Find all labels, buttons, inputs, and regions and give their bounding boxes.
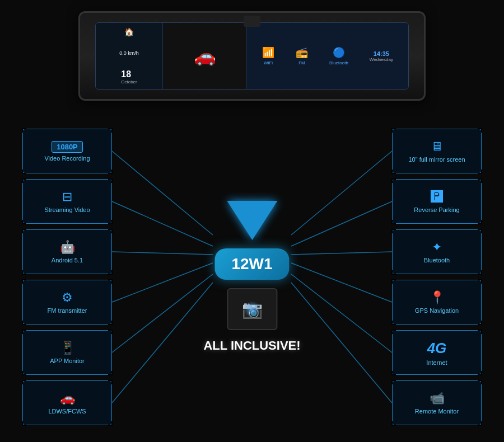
wifi-icon: 📶 [262, 46, 274, 59]
center-area: 12W1 📷 ALL INCLUSIVE! [203, 201, 300, 353]
label-mirror-screen: 10" full mirror screen [408, 156, 465, 163]
feature-reverse-parking: 🅿 Reverse Parking [392, 179, 482, 224]
internet-icon: 4G [427, 340, 447, 357]
streaming-icon: ⊟ [62, 190, 72, 204]
feature-1080p: 1080P Video Recording [22, 129, 112, 173]
mirror-screen: 🏠 0.0 km/h 18 October 🚗 📶 WiFi 📻 FM [95, 22, 409, 90]
svg-line-8 [291, 252, 392, 255]
fm-transmitter-icon: ⚙ [62, 290, 73, 305]
svg-line-6 [291, 151, 392, 235]
svg-line-1 [112, 201, 213, 246]
ldws-icon: 🚗 [60, 391, 75, 406]
features-section: 12W1 📷 ALL INCLUSIVE! 1080P Video Record… [0, 112, 504, 442]
feature-gps: 📍 GPS Navigation [392, 280, 482, 325]
day-display: Wednesday [370, 57, 393, 62]
bluetooth-icon: 🔵 [333, 46, 345, 59]
remote-monitor-icon: 📹 [430, 391, 445, 406]
label-bluetooth: Bluetooth [424, 257, 450, 264]
feature-app: 📱 APP Monitor [22, 330, 112, 375]
bluetooth-feature-icon: ✦ [432, 240, 442, 255]
gps-icon: 📍 [430, 290, 445, 305]
svg-line-3 [112, 263, 213, 302]
svg-line-9 [291, 263, 392, 302]
reverse-parking-icon: 🅿 [431, 190, 443, 204]
wifi-label: WiFi [264, 60, 273, 65]
speed-display: 0.0 km/h [119, 50, 139, 56]
bt-label: Bluetooth [329, 60, 348, 65]
label-internet: Internet [426, 359, 447, 366]
camera-glow [244, 301, 260, 318]
label-gps-navigation: GPS Navigation [415, 307, 459, 314]
feature-internet: 4G Internet [392, 330, 482, 375]
feature-ldws: 🚗 LDWS/FCWS [22, 380, 112, 425]
feature-fm: ⚙ FM transmitter [22, 280, 112, 325]
time-block: 14:35 Wednesday [370, 50, 393, 62]
label-fm-transmitter: FM transmitter [48, 307, 87, 314]
mirror-section: 🏠 0.0 km/h 18 October 🚗 📶 WiFi 📻 FM [0, 0, 504, 112]
svg-line-5 [112, 283, 213, 403]
label-ldws: LDWS/FCWS [48, 408, 86, 415]
app-icon: 📱 [60, 341, 75, 355]
feature-mirror-screen: 🖥 10" full mirror screen [392, 129, 482, 173]
label-video-recording: Video Recording [44, 155, 90, 162]
month-label: October [121, 79, 137, 84]
fm-icon: 📻 [296, 46, 308, 59]
mount [244, 16, 260, 27]
svg-line-10 [291, 274, 392, 352]
svg-line-2 [112, 252, 213, 255]
feature-remote-monitor: 📹 Remote Monitor [392, 380, 482, 425]
mirror-screen-icon: 🖥 [431, 139, 443, 154]
screen-left-panel: 🏠 0.0 km/h 18 October [96, 23, 163, 89]
screen-right-panel: 📶 WiFi 📻 FM 🔵 Bluetooth 14:35 Wednesday [247, 23, 408, 89]
fm-label: FM [298, 60, 305, 65]
time-display: 14:35 [370, 50, 393, 57]
wifi-icon-box: 📶 WiFi [262, 46, 274, 65]
label-reverse-parking: Reverse Parking [414, 206, 459, 213]
all-inclusive-text: ALL INCLUSIVE! [203, 338, 300, 353]
bluetooth-icon-box: 🔵 Bluetooth [329, 46, 348, 65]
svg-line-0 [112, 151, 213, 235]
label-android: Android 5.1 [52, 257, 83, 264]
feature-bluetooth: ✦ Bluetooth [392, 229, 482, 274]
date-number: 18 [121, 69, 137, 79]
svg-line-4 [112, 274, 213, 352]
rear-camera-image: 📷 [227, 288, 277, 330]
label-streaming-video: Streaming Video [44, 206, 90, 213]
12w1-badge: 12W1 [214, 248, 289, 280]
feature-android: 🤖 Android 5.1 [22, 229, 112, 274]
mirror-device: 🏠 0.0 km/h 18 October 🚗 📶 WiFi 📻 FM [78, 11, 426, 101]
badge-1080p: 1080P [52, 141, 83, 153]
svg-line-7 [291, 201, 392, 246]
label-remote-monitor: Remote Monitor [415, 408, 459, 415]
fm-icon-box: 📻 FM [296, 46, 308, 65]
svg-line-11 [291, 283, 392, 403]
down-arrow-icon [227, 201, 277, 240]
camera-feed: 🚗 [163, 23, 247, 89]
android-icon: 🤖 [60, 240, 75, 255]
label-app-monitor: APP Monitor [50, 358, 85, 364]
feature-streaming: ⊟ Streaming Video [22, 179, 112, 224]
